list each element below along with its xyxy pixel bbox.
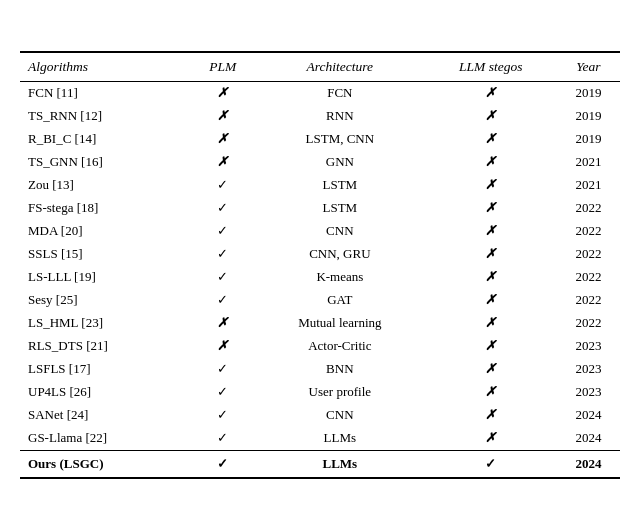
table-row: FS-stega [18]✓LSTM✗2022: [20, 197, 620, 220]
cell-plm: ✓: [190, 404, 255, 427]
cell-algorithm: FS-stega [18]: [20, 197, 190, 220]
cell-architecture: GNN: [255, 151, 424, 174]
cell-year: 2022: [557, 197, 620, 220]
cell-llm-stegos: ✗: [425, 335, 557, 358]
cell-llm-stegos: ✗: [425, 266, 557, 289]
cell-architecture: LSTM: [255, 174, 424, 197]
table-row: SANet [24]✓CNN✗2024: [20, 404, 620, 427]
cell-llm-stegos: ✗: [425, 312, 557, 335]
cell-plm: ✗: [190, 81, 255, 105]
cell-plm: ✗: [190, 335, 255, 358]
cell-algorithm: UP4LS [26]: [20, 381, 190, 404]
cell-plm: ✗: [190, 151, 255, 174]
cell-algorithm: Zou [13]: [20, 174, 190, 197]
cell-year: 2022: [557, 243, 620, 266]
cell-llm-stegos: ✗: [425, 151, 557, 174]
table-row: RLS_DTS [21]✗Actor-Critic✗2023: [20, 335, 620, 358]
cell-plm: ✗: [190, 105, 255, 128]
cell-algorithm: Sesy [25]: [20, 289, 190, 312]
cell-algorithm: RLS_DTS [21]: [20, 335, 190, 358]
cell-architecture: Mutual learning: [255, 312, 424, 335]
cell-llm-stegos: ✗: [425, 404, 557, 427]
table-row: Sesy [25]✓GAT✗2022: [20, 289, 620, 312]
cell-plm: ✓: [190, 266, 255, 289]
cell-plm: ✗: [190, 312, 255, 335]
cell-algorithm: MDA [20]: [20, 220, 190, 243]
cell-algorithm: SANet [24]: [20, 404, 190, 427]
cell-llm-stegos: ✗: [425, 243, 557, 266]
cell-year: 2021: [557, 151, 620, 174]
cell-plm: ✓: [190, 427, 255, 451]
cell-plm: ✓: [190, 243, 255, 266]
cell-algorithm: TS_RNN [12]: [20, 105, 190, 128]
cell-architecture: LSTM: [255, 197, 424, 220]
footer-algorithm: Ours (LSGC): [20, 450, 190, 478]
cell-plm: ✓: [190, 220, 255, 243]
cell-plm: ✓: [190, 174, 255, 197]
col-llm-stegos: LLM stegos: [425, 52, 557, 82]
table-row: LS_HML [23]✗Mutual learning✗2022: [20, 312, 620, 335]
cell-architecture: GAT: [255, 289, 424, 312]
cell-architecture: BNN: [255, 358, 424, 381]
cell-llm-stegos: ✗: [425, 358, 557, 381]
cell-llm-stegos: ✗: [425, 174, 557, 197]
cell-algorithm: TS_GNN [16]: [20, 151, 190, 174]
table-container: Algorithms PLM Architecture LLM stegos Y…: [20, 51, 620, 479]
cell-llm-stegos: ✗: [425, 289, 557, 312]
table-row: SSLS [15]✓CNN, GRU✗2022: [20, 243, 620, 266]
cell-algorithm: R_BI_C [14]: [20, 128, 190, 151]
cell-architecture: LLMs: [255, 427, 424, 451]
cell-year: 2022: [557, 220, 620, 243]
footer-architecture: LLMs: [255, 450, 424, 478]
cell-plm: ✓: [190, 289, 255, 312]
cell-architecture: CNN, GRU: [255, 243, 424, 266]
cell-algorithm: LSFLS [17]: [20, 358, 190, 381]
cell-architecture: K-means: [255, 266, 424, 289]
table-row: LSFLS [17]✓BNN✗2023: [20, 358, 620, 381]
table-row: FCN [11]✗FCN✗2019: [20, 81, 620, 105]
cell-algorithm: SSLS [15]: [20, 243, 190, 266]
cell-plm: ✗: [190, 128, 255, 151]
cell-year: 2022: [557, 312, 620, 335]
cell-architecture: FCN: [255, 81, 424, 105]
cell-year: 2019: [557, 105, 620, 128]
cell-architecture: RNN: [255, 105, 424, 128]
cell-year: 2024: [557, 427, 620, 451]
cell-architecture: CNN: [255, 220, 424, 243]
cell-llm-stegos: ✗: [425, 128, 557, 151]
cell-algorithm: GS-Llama [22]: [20, 427, 190, 451]
col-year: Year: [557, 52, 620, 82]
footer-year: 2024: [557, 450, 620, 478]
cell-algorithm: FCN [11]: [20, 81, 190, 105]
cell-llm-stegos: ✗: [425, 381, 557, 404]
cell-llm-stegos: ✗: [425, 81, 557, 105]
table-row: GS-Llama [22]✓LLMs✗2024: [20, 427, 620, 451]
col-plm: PLM: [190, 52, 255, 82]
footer-llm-stegos: ✓: [425, 450, 557, 478]
cell-year: 2021: [557, 174, 620, 197]
cell-architecture: User profile: [255, 381, 424, 404]
cell-llm-stegos: ✗: [425, 427, 557, 451]
table-row: R_BI_C [14]✗LSTM, CNN✗2019: [20, 128, 620, 151]
table-row: MDA [20]✓CNN✗2022: [20, 220, 620, 243]
footer-plm: ✓: [190, 450, 255, 478]
cell-plm: ✓: [190, 197, 255, 220]
cell-year: 2024: [557, 404, 620, 427]
table-row: Zou [13]✓LSTM✗2021: [20, 174, 620, 197]
cell-year: 2023: [557, 358, 620, 381]
table-row: LS-LLL [19]✓K-means✗2022: [20, 266, 620, 289]
cell-year: 2022: [557, 266, 620, 289]
cell-year: 2023: [557, 381, 620, 404]
cell-architecture: CNN: [255, 404, 424, 427]
header-row: Algorithms PLM Architecture LLM stegos Y…: [20, 52, 620, 82]
cell-llm-stegos: ✗: [425, 105, 557, 128]
cell-year: 2019: [557, 81, 620, 105]
cell-year: 2023: [557, 335, 620, 358]
cell-year: 2019: [557, 128, 620, 151]
cell-year: 2022: [557, 289, 620, 312]
comparison-table: Algorithms PLM Architecture LLM stegos Y…: [20, 51, 620, 479]
cell-architecture: LSTM, CNN: [255, 128, 424, 151]
col-architecture: Architecture: [255, 52, 424, 82]
table-row: TS_GNN [16]✗GNN✗2021: [20, 151, 620, 174]
cell-plm: ✓: [190, 358, 255, 381]
